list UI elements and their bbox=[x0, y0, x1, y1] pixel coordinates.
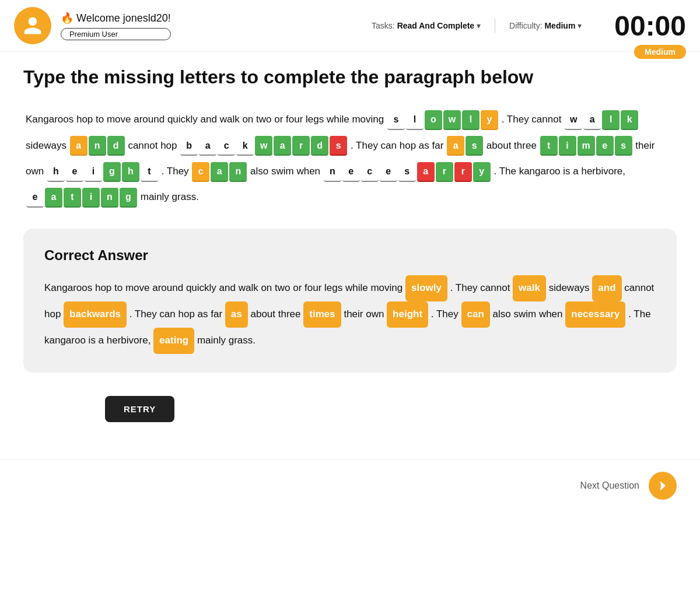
difficulty-info: Difficulty: Medium ▾ bbox=[509, 20, 582, 31]
tile: e bbox=[66, 162, 83, 182]
as-group: as bbox=[446, 136, 484, 156]
tile: y bbox=[473, 162, 491, 182]
tile: a bbox=[199, 136, 216, 156]
text-4: cannot hop bbox=[128, 140, 180, 151]
tile: d bbox=[311, 136, 328, 156]
tile: y bbox=[481, 110, 498, 130]
ca-slowly: slowly bbox=[405, 275, 447, 301]
ca-text-11: mainly grass. bbox=[197, 335, 256, 346]
times-group: times bbox=[540, 136, 633, 156]
difficulty-badge-wrap: Medium bbox=[634, 47, 686, 57]
tile: r bbox=[436, 162, 453, 182]
tile: n bbox=[324, 162, 341, 182]
next-question-label: Next Question bbox=[580, 480, 639, 491]
retry-button[interactable]: RETRY bbox=[105, 396, 174, 422]
walk-group: walk bbox=[564, 110, 639, 130]
text-8: . They bbox=[162, 166, 192, 177]
tile: a bbox=[417, 162, 435, 182]
avatar bbox=[14, 7, 51, 44]
ca-text-5: . They can hop as far bbox=[130, 308, 225, 320]
tile: e bbox=[26, 188, 44, 208]
tile: c bbox=[192, 162, 209, 182]
tile: c bbox=[361, 162, 379, 182]
text-intro: Kangaroos hop to move around quickly and… bbox=[26, 114, 387, 125]
tile: b bbox=[180, 136, 198, 156]
tile: i bbox=[559, 136, 576, 156]
and-group: and bbox=[69, 136, 125, 156]
tile: s bbox=[615, 136, 632, 156]
tile: l bbox=[406, 110, 424, 130]
tile: a bbox=[447, 136, 464, 156]
ca-backwards: backwards bbox=[64, 301, 127, 328]
ca-text-2: . They cannot bbox=[450, 282, 513, 293]
necessary-group: necesarry bbox=[323, 162, 491, 182]
tile: k bbox=[621, 110, 638, 130]
text-2: . They cannot bbox=[502, 114, 564, 125]
slowly-group: slowly bbox=[387, 110, 499, 130]
tile: t bbox=[64, 188, 81, 208]
ca-necessary: necessary bbox=[565, 301, 625, 328]
ca-text-3: sideways bbox=[549, 282, 593, 293]
tile: l bbox=[462, 110, 480, 130]
paragraph-area: Kangaroos hop to move around quickly and… bbox=[23, 107, 677, 210]
ca-text-9: also swim when bbox=[493, 308, 566, 320]
next-question-button[interactable] bbox=[649, 472, 677, 500]
tile: n bbox=[229, 162, 247, 182]
tile: w bbox=[255, 136, 272, 156]
tile: g bbox=[120, 188, 137, 208]
correct-answer-title: Correct Answer bbox=[44, 247, 656, 264]
tile: s bbox=[466, 136, 483, 156]
text-3: sideways bbox=[26, 140, 69, 151]
welcome-username: Welcome jonesld20! bbox=[76, 12, 171, 24]
backwards-group: backwards bbox=[180, 136, 348, 156]
can-group: can bbox=[191, 162, 247, 182]
ca-eating: eating bbox=[153, 328, 194, 354]
text-6: about three bbox=[487, 140, 540, 151]
ca-can: can bbox=[461, 301, 490, 328]
ca-height: height bbox=[387, 301, 428, 328]
ca-text-8: . They bbox=[431, 308, 461, 320]
tile: i bbox=[82, 188, 100, 208]
text-9: also swim when bbox=[250, 166, 323, 177]
ca-as: as bbox=[225, 301, 248, 328]
difficulty-label: Difficulty: bbox=[509, 21, 542, 30]
tile: o bbox=[425, 110, 442, 130]
eating-group: eating bbox=[26, 188, 138, 208]
tile: h bbox=[122, 162, 139, 182]
tile: s bbox=[330, 136, 347, 156]
tasks-label: Tasks: bbox=[372, 21, 395, 30]
ca-walk: walk bbox=[513, 275, 546, 301]
header: 🔥 Welcome jonesld20! Premium User Tasks:… bbox=[0, 0, 700, 52]
fire-icon: 🔥 bbox=[61, 12, 74, 24]
text-11: mainly grass. bbox=[141, 191, 199, 202]
tile: r bbox=[454, 162, 472, 182]
text-10: . The kangaroo is a herbivore, bbox=[494, 166, 626, 177]
tile: e bbox=[342, 162, 360, 182]
difficulty-badge: Medium bbox=[634, 45, 686, 59]
tile: d bbox=[107, 136, 125, 156]
tasks-value: Read And Complete bbox=[397, 21, 475, 30]
difficulty-value: Medium bbox=[544, 21, 575, 30]
tile: s bbox=[398, 162, 416, 182]
tile: r bbox=[292, 136, 310, 156]
tile: a bbox=[70, 136, 88, 156]
page-title: Type the missing letters to complete the… bbox=[23, 66, 677, 88]
ca-text-1: Kangaroos hop to move around quickly and… bbox=[44, 282, 405, 293]
text-5: . They can hop as far bbox=[351, 140, 446, 151]
main-content: Type the missing letters to complete the… bbox=[0, 52, 700, 459]
tile: i bbox=[85, 162, 102, 182]
premium-badge: Premium User bbox=[61, 28, 171, 40]
tile: a bbox=[211, 162, 228, 182]
tile: s bbox=[387, 110, 405, 130]
ca-text-7: their own bbox=[344, 308, 387, 320]
tile: w bbox=[443, 110, 461, 130]
tile: l bbox=[602, 110, 620, 130]
tile: a bbox=[274, 136, 291, 156]
divider bbox=[495, 19, 495, 33]
tile: n bbox=[101, 188, 118, 208]
tile: a bbox=[583, 110, 601, 130]
ca-times: times bbox=[303, 301, 341, 328]
tile: e bbox=[596, 136, 614, 156]
welcome-area: 🔥 Welcome jonesld20! Premium User bbox=[61, 12, 171, 40]
tile: a bbox=[45, 188, 62, 208]
